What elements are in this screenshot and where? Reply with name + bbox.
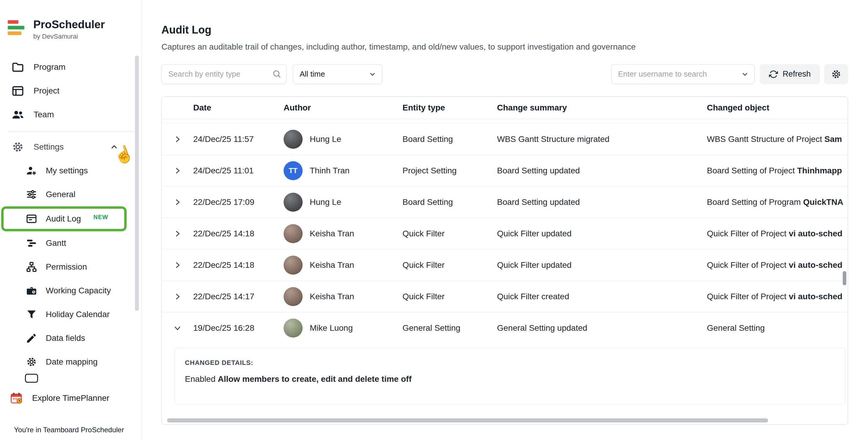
cell-author: Mike Luong (284, 318, 402, 338)
new-badge: NEW (93, 214, 108, 221)
cell-change-summary: General Setting updated (497, 323, 707, 333)
avatar (284, 318, 303, 338)
user-search-select[interactable]: Enter username to search (611, 64, 755, 84)
row-expander-icon[interactable] (170, 164, 184, 177)
row-expander-icon[interactable] (170, 227, 184, 240)
entity-search-input[interactable] (161, 64, 286, 84)
sidebar-divider (8, 131, 134, 132)
sidebar-item-data-fields[interactable]: Data fields (0, 326, 142, 350)
changed-object-text: General Setting (707, 323, 765, 333)
row-expander-icon[interactable] (170, 132, 184, 146)
app-byline: by DevSamurai (33, 33, 105, 40)
changed-object-name: Thinhmapp (797, 166, 842, 175)
sidebar-item-label: Holiday Calendar (46, 310, 110, 319)
cell-author: Keisha Tran (284, 256, 402, 275)
settings-section-label: Settings (34, 142, 64, 152)
sidebar-item-general[interactable]: General (0, 182, 142, 206)
time-filter-value: All time (300, 69, 325, 79)
sidebar-item-label: Working Capacity (46, 286, 111, 296)
hierarchy-icon (25, 261, 38, 273)
sidebar-item-label: My settings (46, 166, 88, 175)
cell-changed-object: Quick Filter of Project vi auto-sched (707, 229, 848, 238)
teamboard-logo-icon (8, 19, 26, 35)
timeplanner-calendar-icon (9, 391, 24, 405)
sidebar-item-working-capacity[interactable]: Working Capacity (0, 279, 142, 303)
table-row[interactable]: 22/Dec/25 14:17 Keisha Tran Quick Filter… (162, 281, 848, 312)
table-settings-button[interactable] (824, 64, 848, 84)
author-name: Keisha Tran (310, 292, 354, 301)
author-name: Thinh Tran (310, 166, 349, 175)
cell-changed-object: Board Setting of Program QuickTNA (707, 197, 848, 207)
changed-object-text: WBS Gantt Structure of Project (707, 135, 824, 144)
cell-change-summary: Quick Filter created (497, 292, 707, 301)
column-header-author: Author (284, 103, 402, 112)
refresh-button[interactable]: Refresh (760, 64, 820, 84)
cell-author: Hung Le (284, 130, 402, 149)
row-expander-icon[interactable] (170, 195, 184, 209)
author-name: Keisha Tran (310, 229, 354, 238)
cell-change-summary: Quick Filter updated (497, 229, 707, 238)
changed-object-text: Quick Filter of Project (707, 229, 788, 238)
sidebar-item-label: Permission (46, 262, 87, 272)
sidebar-item-project[interactable]: Project (0, 79, 142, 103)
changed-object-text: Board Setting of Project (707, 166, 797, 175)
cell-date: 22/Dec/25 17:09 (193, 197, 284, 207)
cell-change-summary: WBS Gantt Structure migrated (497, 135, 707, 144)
table-header: Date Author Entity type Change summary C… (162, 97, 848, 119)
avatar (284, 193, 303, 212)
table-vertical-scrollbar[interactable] (843, 271, 846, 285)
gear-small-icon (25, 356, 38, 368)
sidebar-item-date-mapping[interactable]: Date mapping (0, 350, 142, 374)
changed-object-text: Board Setting of Program (707, 197, 803, 207)
sidebar-section-settings[interactable]: Settings ☝ (0, 135, 142, 159)
time-filter-select[interactable]: All time (293, 64, 382, 84)
sidebar-item-label: Audit Log (46, 214, 81, 224)
cell-changed-object: General Setting (707, 323, 848, 333)
chevron-down-icon (368, 70, 377, 78)
sidebar-scrollbar[interactable] (135, 56, 139, 311)
chevron-down-icon (741, 70, 749, 78)
team-icon (11, 108, 25, 121)
cell-changed-object: WBS Gantt Structure of Project Sam (707, 135, 848, 144)
cell-entity-type: Board Setting (402, 197, 497, 207)
chevron-up-icon[interactable] (107, 141, 121, 153)
expanded-detail-section: CHANGED DETAILS: Enabled Allow members t… (162, 344, 848, 404)
row-expander-icon[interactable] (170, 290, 184, 303)
sidebar-item-permission[interactable]: Permission (0, 255, 142, 279)
author-name: Hung Le (310, 135, 341, 144)
gear-icon (11, 141, 25, 153)
app-title: ProScheduler (33, 19, 105, 31)
funnel-icon (25, 308, 38, 320)
row-expander-icon[interactable] (170, 321, 184, 335)
sidebar-item-label: Project (34, 86, 59, 96)
pencil-icon (25, 332, 38, 344)
table-row[interactable]: 22/Dec/25 17:09 Hung Le Board Setting Bo… (162, 187, 848, 218)
sidebar-item-label: Gantt (46, 238, 66, 248)
row-expander-icon[interactable] (170, 258, 184, 272)
folder-icon (11, 61, 25, 74)
sidebar-item-holiday-calendar[interactable]: Holiday Calendar (0, 303, 142, 326)
sidebar-item-explore-timeplanner[interactable]: Explore TimePlanner (0, 386, 142, 410)
table-row[interactable]: 22/Dec/25 14:18 Keisha Tran Quick Filter… (162, 249, 848, 281)
sidebar-item-audit-log[interactable]: Audit Log NEW (1, 206, 127, 231)
table-row[interactable]: 24/Dec/25 11:01 TT Thinh Tran Project Se… (162, 155, 848, 187)
sliders-icon (25, 189, 38, 200)
cell-change-summary: Board Setting updated (497, 197, 707, 207)
changed-object-text: Quick Filter of Project (707, 292, 788, 301)
refresh-icon (769, 70, 778, 79)
table-horizontal-scrollbar[interactable] (167, 418, 768, 422)
cell-author: Keisha Tran (284, 224, 402, 243)
cell-entity-type: Quick Filter (402, 229, 497, 238)
briefcase-clock-icon (25, 285, 38, 297)
avatar (284, 287, 303, 306)
sidebar-item-gantt[interactable]: Gantt (0, 231, 142, 255)
table-row[interactable]: 22/Dec/25 14:18 Keisha Tran Quick Filter… (162, 218, 848, 249)
table-row[interactable]: 24/Dec/25 11:57 Hung Le Board Setting WB… (162, 124, 848, 155)
sidebar-item-my-settings[interactable]: My settings (0, 159, 142, 182)
sidebar-item-team[interactable]: Team (0, 103, 142, 127)
sidebar-item-program[interactable]: Program (0, 55, 142, 79)
main-content: Audit Log Captures an auditable trail of… (142, 0, 868, 440)
changed-object-name: vi auto-sched (788, 260, 842, 270)
brand-text: ProScheduler by DevSamurai (33, 19, 105, 40)
table-row[interactable]: 19/Dec/25 16:28 Mike Luong General Setti… (162, 312, 848, 344)
